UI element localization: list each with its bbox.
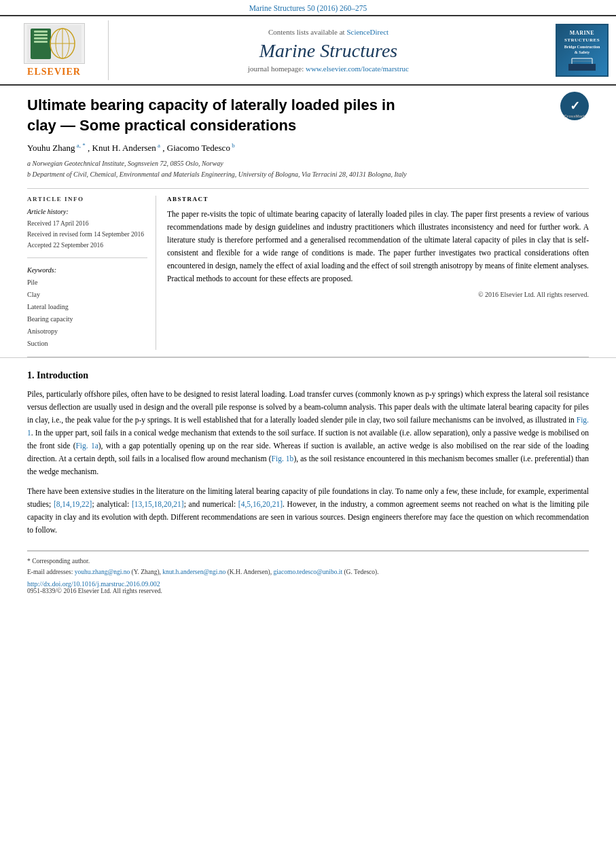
- abstract-body: The paper re-visits the topic of ultimat…: [167, 208, 589, 285]
- badge-image: [568, 57, 596, 71]
- article-history: Article history: Received 17 April 2016 …: [27, 208, 147, 258]
- introduction-section: 1. Introduction Piles, particularly offs…: [0, 357, 616, 550]
- corresponding-author-note: * Corresponding author.: [27, 556, 589, 567]
- journal-homepage-link[interactable]: www.elsevier.com/locate/marstruc: [306, 65, 409, 73]
- svg-rect-4: [34, 37, 48, 39]
- email-link-3[interactable]: giacomo.tedesco@unibo.it: [273, 569, 342, 575]
- history-revised: Received in revised form 14 September 20…: [27, 229, 147, 240]
- abstract-copyright: © 2016 Elsevier Ltd. All rights reserved…: [167, 291, 589, 298]
- svg-rect-3: [34, 34, 48, 36]
- svg-rect-2: [34, 31, 48, 33]
- journal-center-header: Contents lists available at ScienceDirec…: [109, 20, 548, 80]
- keywords-section: Keywords: Pile Clay Lateral loading Bear…: [27, 266, 147, 350]
- svg-rect-5: [34, 41, 48, 43]
- citation-text: Marine Structures 50 (2016) 260–275: [249, 4, 367, 12]
- intro-paragraph2: There have been extensive studies in the…: [27, 485, 589, 537]
- doi-link[interactable]: http://dx.doi.org/10.1016/j.marstruc.201…: [27, 580, 589, 588]
- article-info-panel: ARTICLE INFO Article history: Received 1…: [27, 196, 156, 350]
- journal-badge-area: MARINE STRUCTURES Bridge Construction& S…: [548, 20, 616, 80]
- science-direct-link[interactable]: ScienceDirect: [346, 28, 388, 36]
- ref-analytical[interactable]: [13,15,18,20,21]: [132, 500, 184, 508]
- content-columns: ARTICLE INFO Article history: Received 1…: [27, 188, 589, 350]
- journal-header: ELSEVIER Contents lists available at Sci…: [0, 15, 616, 86]
- author3-name: , Giacomo Tedesco: [162, 143, 230, 154]
- issn-text: 0951-8339/© 2016 Elsevier Ltd. All right…: [27, 588, 589, 594]
- author1-sup: a, *: [75, 142, 86, 149]
- keyword-anisotropy: Anisotropy: [27, 325, 147, 338]
- article-title: Ultimate bearing capacity of laterally l…: [27, 95, 421, 135]
- intro-heading: 1. Introduction: [27, 370, 589, 381]
- email-footnote: E-mail addresses: youhu.zhang@ngi.no (Y.…: [27, 567, 589, 577]
- svg-rect-1: [31, 29, 51, 59]
- keywords-title: Keywords:: [27, 266, 147, 274]
- authors-line: Youhu Zhang a, * , Knut H. Andersen a , …: [27, 142, 589, 154]
- marine-structures-badge: MARINE STRUCTURES Bridge Construction& S…: [556, 24, 609, 77]
- fig1a-link[interactable]: Fig. 1a: [75, 442, 98, 450]
- article-main: ✓ CrossMark Ultimate bearing capacity of…: [0, 86, 616, 357]
- history-accepted: Accepted 22 September 2016: [27, 240, 147, 251]
- elsevier-logo: ELSEVIER: [24, 23, 85, 77]
- investigates-word: investigates: [439, 249, 475, 257]
- badge-subtitle: Bridge Construction& Safety: [564, 45, 600, 56]
- elsevier-brand-text: ELSEVIER: [27, 67, 81, 77]
- elsevier-logo-area: ELSEVIER: [0, 20, 109, 80]
- author2-name: , Knut H. Andersen: [88, 143, 156, 154]
- abstract-section: ABSTRACT The paper re-visits the topic o…: [167, 196, 589, 350]
- elsevier-logo-image: [24, 23, 85, 64]
- keyword-suction: Suction: [27, 338, 147, 350]
- keyword-clay: Clay: [27, 289, 147, 301]
- journal-citation: Marine Structures 50 (2016) 260–275: [0, 0, 616, 15]
- author2-sup: a: [156, 142, 160, 149]
- article-info-label: ARTICLE INFO: [27, 196, 147, 202]
- author3-sup: b: [230, 142, 235, 149]
- keyword-lateral-loading: Lateral loading: [27, 301, 147, 313]
- svg-text:CrossMark: CrossMark: [564, 114, 585, 118]
- doi-anchor[interactable]: http://dx.doi.org/10.1016/j.marstruc.201…: [27, 580, 160, 588]
- author1-name: Youhu Zhang: [27, 143, 75, 154]
- fig1b-link[interactable]: Fig. 1b: [272, 454, 294, 463]
- abstract-label: ABSTRACT: [167, 196, 589, 202]
- badge-line1: MARINE: [570, 30, 594, 36]
- keyword-pile: Pile: [27, 276, 147, 289]
- email-link-2[interactable]: knut.h.andersen@ngi.no: [162, 569, 225, 575]
- affiliation-a: a Norwegian Geotechnical Institute, Sogn…: [27, 158, 589, 169]
- affiliation-b: b Department of Civil, Chemical, Environ…: [27, 169, 589, 180]
- ref-experimental[interactable]: [8,14,19,22]: [54, 500, 92, 508]
- email-link-1[interactable]: youhu.zhang@ngi.no: [75, 569, 130, 575]
- affiliations: a Norwegian Geotechnical Institute, Sogn…: [27, 158, 589, 180]
- doi-section: http://dx.doi.org/10.1016/j.marstruc.201…: [0, 577, 616, 598]
- intro-paragraph1: Piles, particularly offshore piles, ofte…: [27, 388, 589, 478]
- badge-line2: STRUCTURES: [564, 37, 600, 43]
- journal-homepage: journal homepage: www.elsevier.com/locat…: [248, 65, 409, 73]
- footnotes-section: * Corresponding author. E-mail addresses…: [27, 551, 589, 577]
- keyword-bearing-capacity: Bearing capacity: [27, 313, 147, 325]
- fig1-link[interactable]: Fig. 1: [27, 416, 589, 437]
- crossmark-badge[interactable]: ✓ CrossMark: [560, 92, 589, 120]
- svg-text:✓: ✓: [570, 99, 580, 113]
- history-title: Article history:: [27, 208, 147, 215]
- journal-title: Marine Structures: [259, 40, 398, 62]
- ref-numerical[interactable]: [4,5,16,20,21]: [238, 500, 283, 508]
- science-direct-notice: Contents lists available at ScienceDirec…: [268, 28, 388, 36]
- crossmark-icon: ✓ CrossMark: [560, 92, 589, 120]
- history-received: Received 17 April 2016: [27, 218, 147, 229]
- svg-rect-10: [568, 64, 596, 71]
